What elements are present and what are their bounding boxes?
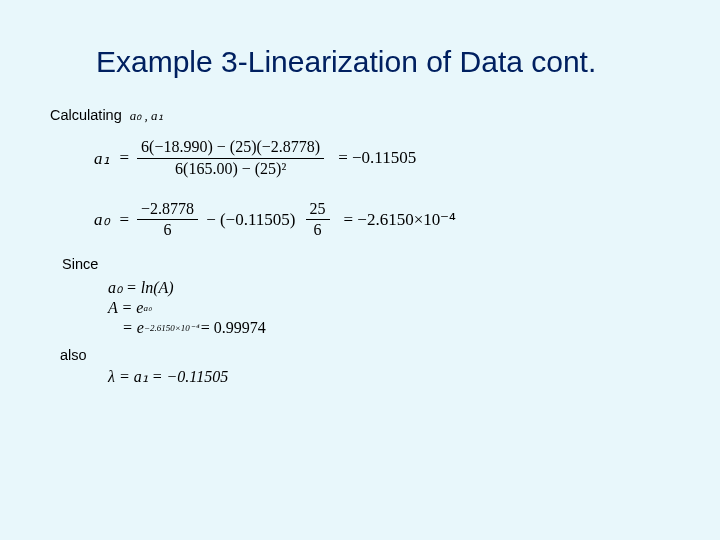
eq-a1-den: 6(165.00) − (25)²: [171, 160, 290, 178]
eq-a0-lhs: a₀: [94, 209, 110, 230]
also-line: λ = a₁ = −0.11505: [108, 367, 670, 386]
label-calculating: Calculating a₀ , a₁: [50, 107, 670, 124]
fraction-bar: [137, 219, 198, 220]
since-line3-exp: −2.6150×10⁻⁴: [144, 323, 199, 333]
eq-a1-fraction: 6(−18.990) − (25)(−2.8778) 6(165.00) − (…: [137, 138, 324, 178]
eq-a0-frac2: 25 6: [306, 200, 330, 240]
since-block: a₀ = ln(A) A = ea₀ = e−2.6150×10⁻⁴ = 0.9…: [108, 278, 670, 337]
fraction-bar: [306, 219, 330, 220]
since-line2-lhs: A = e: [108, 299, 143, 317]
eq-a1-lhs: a₁: [94, 148, 110, 169]
since-line3-rhs: = 0.99974: [201, 319, 266, 337]
equation-a0: a₀ = −2.8778 6 − (−0.11505) 25 6 = −2.61…: [94, 200, 670, 240]
eq-a0-frac2-den: 6: [310, 221, 326, 239]
since-line2-exp: a₀: [143, 303, 152, 313]
slide-title: Example 3-Linearization of Data cont.: [96, 45, 670, 79]
label-also: also: [60, 347, 670, 363]
eq-a0-mid: − (−0.11505): [206, 210, 295, 230]
since-line1: a₀ = ln(A): [108, 278, 670, 297]
equation-a1: a₁ = 6(−18.990) − (25)(−2.8778) 6(165.00…: [94, 138, 670, 178]
also-line-text: λ = a₁ = −0.11505: [108, 368, 228, 385]
eq-a1-firsteq: =: [120, 148, 130, 168]
eq-a0-frac1: −2.8778 6: [137, 200, 198, 240]
fraction-bar: [137, 158, 324, 159]
since-line1-text: a₀ = ln(A): [108, 278, 174, 297]
since-line3-lhs: = e: [122, 319, 144, 337]
eq-a0-frac2-num: 25: [306, 200, 330, 218]
eq-a1-num: 6(−18.990) − (25)(−2.8778): [137, 138, 324, 156]
math-a0a1: a₀ , a₁: [130, 108, 163, 124]
eq-a0-frac1-num: −2.8778: [137, 200, 198, 218]
since-line2: A = ea₀: [108, 299, 670, 317]
eq-a0-result: = −2.6150×10⁻⁴: [344, 209, 457, 230]
label-since: Since: [62, 256, 670, 272]
eq-a0-firsteq: =: [120, 210, 130, 230]
slide: Example 3-Linearization of Data cont. Ca…: [0, 0, 720, 540]
eq-a1-result: = −0.11505: [338, 148, 416, 168]
since-line3: = e−2.6150×10⁻⁴ = 0.99974: [122, 319, 670, 337]
label-calculating-text: Calculating: [50, 107, 122, 123]
eq-a0-frac1-den: 6: [160, 221, 176, 239]
